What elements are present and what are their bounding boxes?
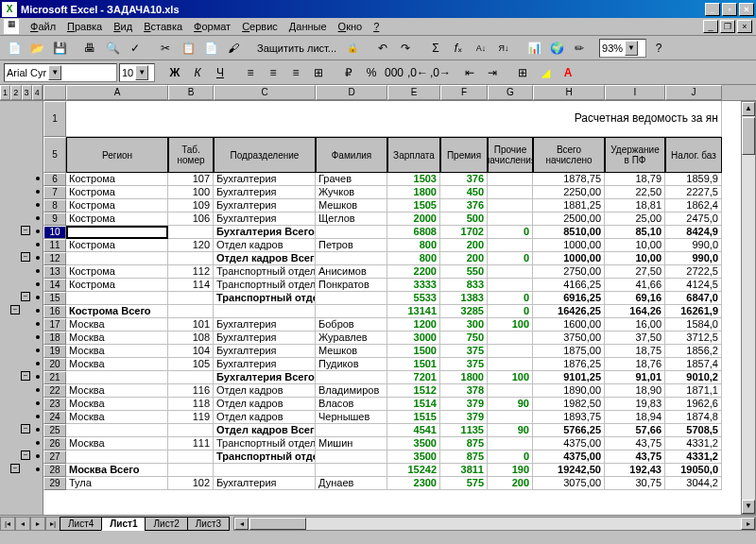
col-header-H[interactable]: H — [533, 85, 605, 100]
fill-color-button[interactable]: ◢ — [535, 62, 556, 83]
menu-Формат[interactable]: Формат — [188, 19, 236, 34]
cell[interactable]: Мешков — [316, 199, 387, 212]
row-header-9[interactable]: 9 — [43, 212, 66, 226]
cell[interactable] — [316, 292, 387, 305]
banner-cell[interactable]: Расчетная ведомость за ян — [66, 101, 722, 137]
cell[interactable]: 57,66 — [605, 424, 665, 437]
cell[interactable]: 2200 — [387, 265, 440, 279]
outline-collapse-button[interactable]: − — [21, 292, 30, 301]
cell[interactable]: Бухгалтерия Всего — [214, 226, 316, 239]
redo-button[interactable]: ↷ — [395, 38, 416, 59]
row-header-8[interactable]: 8 — [43, 199, 66, 212]
cell[interactable]: 4124,5 — [665, 279, 722, 292]
cell[interactable] — [168, 226, 214, 239]
outline-collapse-button[interactable]: − — [10, 464, 20, 473]
cell[interactable]: 107 — [168, 173, 214, 186]
cell[interactable]: 3000 — [387, 332, 440, 345]
cell[interactable]: 200 — [488, 477, 533, 490]
cell[interactable]: Бухгалтерия Всего — [214, 371, 316, 384]
cell[interactable]: 1501 — [387, 358, 440, 371]
scroll-thumb[interactable] — [249, 518, 306, 530]
open-button[interactable]: 📂 — [26, 38, 47, 59]
cell[interactable]: 0 — [488, 305, 533, 318]
cell[interactable] — [168, 450, 214, 464]
outline-level-2[interactable]: 2 — [10, 85, 21, 100]
cell[interactable]: 18,79 — [605, 173, 665, 186]
cell[interactable]: 18,81 — [605, 199, 665, 212]
cell[interactable]: 2475,0 — [665, 212, 722, 226]
zoom-combo[interactable]: 93%▼ — [599, 39, 646, 58]
cell[interactable]: 37,50 — [605, 332, 665, 345]
cell[interactable]: 18,90 — [605, 384, 665, 398]
cell[interactable]: 2750,00 — [533, 265, 605, 279]
cell[interactable]: 2722,5 — [665, 265, 722, 279]
row-header-27[interactable]: 27 — [43, 450, 66, 464]
cell[interactable]: Транспортный отдел Всего — [214, 292, 316, 305]
map-button[interactable]: 🌍 — [546, 38, 567, 59]
row-header-13[interactable]: 13 — [43, 265, 66, 279]
row-header-25[interactable]: 25 — [43, 424, 66, 437]
header-cell[interactable]: Налог. баз — [665, 137, 722, 173]
menu-Данные[interactable]: Данные — [284, 19, 333, 34]
cell[interactable]: 102 — [168, 477, 214, 490]
cell[interactable]: 550 — [440, 265, 488, 279]
cell[interactable]: Отдел кадров Всего — [214, 424, 316, 437]
cell[interactable]: Москва — [66, 332, 168, 345]
cell[interactable]: Бобров — [316, 318, 387, 332]
doc-minimize-button[interactable]: _ — [703, 20, 718, 33]
cell[interactable]: 109 — [168, 199, 214, 212]
cell[interactable]: Бухгалтерия — [214, 318, 316, 332]
header-cell[interactable]: Премия — [440, 137, 488, 173]
cell[interactable]: 4166,25 — [533, 279, 605, 292]
col-header-A[interactable]: A — [66, 85, 168, 100]
cell[interactable]: Москва — [66, 398, 168, 411]
outline-collapse-button[interactable]: − — [21, 424, 30, 434]
cell[interactable]: 1503 — [387, 173, 440, 186]
cell[interactable] — [316, 252, 387, 265]
cell[interactable]: Бухгалтерия — [214, 358, 316, 371]
cell[interactable] — [488, 332, 533, 345]
outline-collapse-button[interactable]: − — [21, 252, 30, 262]
cell[interactable]: 164,26 — [605, 305, 665, 318]
cell[interactable]: 18,94 — [605, 411, 665, 424]
sheet-tab-Лист3[interactable]: Лист3 — [187, 517, 230, 531]
cell[interactable]: 0 — [488, 252, 533, 265]
cell[interactable]: 43,75 — [605, 450, 665, 464]
scroll-down-button[interactable]: ▼ — [742, 500, 755, 514]
cell[interactable]: 1874,8 — [665, 411, 722, 424]
tab-next-button[interactable]: ▸ — [30, 517, 45, 531]
cell[interactable]: 1702 — [440, 226, 488, 239]
align-left-button[interactable]: ≡ — [240, 62, 261, 83]
cell[interactable]: 1881,25 — [533, 199, 605, 212]
cell[interactable]: 1515 — [387, 411, 440, 424]
cell[interactable]: 1871,1 — [665, 384, 722, 398]
col-header-J[interactable]: J — [665, 85, 722, 100]
cell[interactable]: Москва — [66, 318, 168, 332]
cell[interactable] — [66, 252, 168, 265]
chart-button[interactable]: 📊 — [524, 38, 544, 59]
header-cell[interactable]: Таб. номер — [168, 137, 214, 173]
row-header-21[interactable]: 21 — [43, 371, 66, 384]
cell[interactable]: 1500 — [387, 345, 440, 358]
cell[interactable]: 1982,50 — [533, 398, 605, 411]
scroll-right-button[interactable]: ▸ — [741, 518, 755, 530]
cut-button[interactable]: ✂ — [155, 38, 176, 59]
cell[interactable]: 300 — [440, 318, 488, 332]
cell[interactable] — [168, 292, 214, 305]
cell[interactable]: 1857,4 — [665, 358, 722, 371]
drawing-button[interactable]: ✏ — [569, 38, 590, 59]
cell[interactable]: 5766,25 — [533, 424, 605, 437]
cell[interactable]: 1800 — [440, 371, 488, 384]
cell[interactable]: Бухгалтерия — [214, 199, 316, 212]
col-header-B[interactable]: B — [168, 85, 214, 100]
cell[interactable]: 375 — [440, 358, 488, 371]
cell[interactable] — [316, 371, 387, 384]
cell[interactable] — [488, 279, 533, 292]
cell[interactable]: Отдел кадров — [214, 398, 316, 411]
cell[interactable]: 0 — [488, 292, 533, 305]
cell[interactable]: 376 — [440, 173, 488, 186]
font-size-combo[interactable]: 10▼ — [119, 63, 155, 82]
row-header-1[interactable]: 1 — [43, 101, 66, 137]
outline-collapse-button[interactable]: − — [21, 226, 30, 235]
cell[interactable]: 10,00 — [605, 252, 665, 265]
